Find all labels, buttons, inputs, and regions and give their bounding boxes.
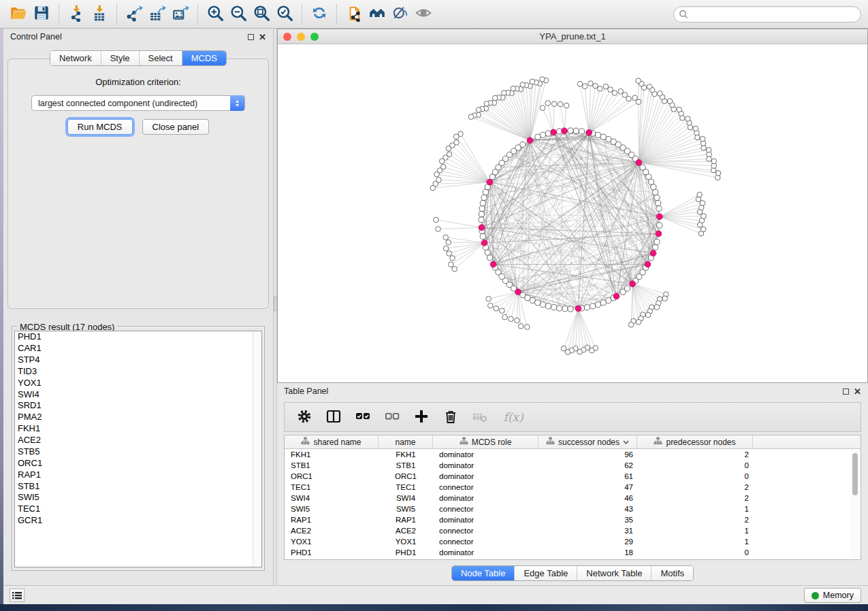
cell-shared-name: FKH1: [285, 450, 379, 459]
open-session-button[interactable]: [7, 3, 30, 25]
import-table-button[interactable]: [88, 3, 111, 25]
criterion-select[interactable]: largest connected component (undirected)…: [31, 95, 245, 111]
table-toolbar: f(x): [284, 402, 861, 432]
export-image-button[interactable]: [169, 3, 192, 25]
tab-motifs[interactable]: Motifs: [651, 566, 693, 580]
mcds-result-item[interactable]: STB5: [15, 446, 261, 458]
search-input[interactable]: [673, 6, 861, 22]
mcds-result-scrollbar[interactable]: [253, 331, 261, 567]
export-network-button[interactable]: [123, 3, 146, 25]
deselect-all-button[interactable]: [383, 408, 401, 426]
column-header-successor-nodes[interactable]: successor nodes: [539, 435, 637, 448]
export-table-button[interactable]: [146, 3, 169, 25]
home-networks-button[interactable]: [366, 3, 389, 25]
zoom-selected-button[interactable]: [273, 3, 296, 25]
tab-select[interactable]: Select: [139, 51, 182, 65]
mcds-result-item[interactable]: YOX1: [15, 378, 261, 389]
select-all-button[interactable]: [354, 408, 372, 426]
tab-edge-table[interactable]: Edge Table: [514, 566, 577, 580]
mcds-result-item[interactable]: PMA2: [15, 412, 261, 423]
table-row[interactable]: STB1STB1dominator620: [285, 460, 861, 471]
delete-table-button: [471, 408, 489, 426]
mcds-result-item[interactable]: STP4: [15, 354, 261, 366]
network-graph[interactable]: [278, 44, 867, 382]
mcds-result-item[interactable]: FKH1: [15, 423, 261, 435]
memory-button[interactable]: Memory: [804, 588, 861, 603]
tab-network-table[interactable]: Network Table: [577, 566, 651, 580]
table-row[interactable]: YOX1YOX1connector291: [285, 536, 861, 547]
hierarchy-icon: [654, 437, 662, 447]
mcds-result-item[interactable]: PHD1: [15, 331, 261, 343]
zoom-out-button[interactable]: [227, 3, 250, 25]
settings-gear-button[interactable]: [295, 408, 313, 426]
table-row[interactable]: FKH1FKH1dominator962: [285, 449, 861, 460]
zoom-in-icon: [206, 4, 224, 24]
table-scrollbar[interactable]: [851, 450, 859, 558]
mcds-result-item[interactable]: RAP1: [15, 469, 261, 481]
network-canvas[interactable]: [278, 44, 867, 382]
add-column-button[interactable]: [413, 408, 430, 426]
table-row[interactable]: PHD1PHD1dominator180: [285, 547, 861, 558]
mcds-result-item[interactable]: ACE2: [15, 435, 261, 446]
table-row[interactable]: SWI5SWI5connector431: [285, 503, 861, 514]
table-row[interactable]: RAP1RAP1dominator352: [285, 514, 861, 525]
function-builder-button: f(x): [500, 408, 526, 426]
delete-table-icon: [472, 408, 488, 427]
tab-style[interactable]: Style: [101, 51, 139, 65]
tab-network[interactable]: Network: [50, 51, 101, 65]
app-window: Control Panel ✕ NetworkStyleSelectMCDS O…: [3, 29, 868, 585]
show-eye-button[interactable]: [412, 3, 435, 25]
float-panel-icon[interactable]: [248, 34, 254, 40]
control-panel-title: Control Panel: [10, 32, 62, 42]
tab-node-table[interactable]: Node Table: [452, 566, 515, 580]
mcds-result-item[interactable]: TEC1: [15, 503, 261, 515]
task-history-button[interactable]: [10, 589, 25, 602]
cell-name: YOX1: [379, 538, 433, 546]
mcds-result-item[interactable]: TID3: [15, 366, 261, 378]
zoom-in-button[interactable]: [204, 3, 227, 25]
table-row[interactable]: ACE2ACE2connector311: [285, 525, 861, 536]
close-panel-button[interactable]: Close panel: [142, 119, 210, 135]
close-table-panel-icon[interactable]: ✕: [854, 389, 861, 395]
float-table-panel-icon[interactable]: [843, 389, 849, 395]
split-panel-button[interactable]: [325, 408, 342, 426]
cell-MCDS-role: connector: [433, 527, 539, 535]
hide-eye-button[interactable]: [389, 3, 412, 25]
mcds-result-item[interactable]: SWI5: [15, 492, 261, 503]
tab-mcds[interactable]: MCDS: [182, 51, 226, 65]
save-session-button[interactable]: [30, 3, 53, 25]
column-header-predecessor-nodes[interactable]: predecessor nodes: [637, 435, 753, 448]
table-row[interactable]: TEC1TEC1connector472: [285, 482, 861, 493]
toolbar-separator: [197, 4, 198, 24]
mcds-result-item[interactable]: CAR1: [15, 343, 261, 354]
network-window-titlebar[interactable]: YPA_prune.txt_1: [278, 29, 867, 44]
cell-predecessor-nodes: 2: [637, 494, 753, 502]
cell-successor-nodes: 47: [539, 483, 637, 491]
mcds-result-list[interactable]: PHD1CAR1STP4TID3YOX1SWI4SRD1PMA2FKH1ACE2…: [14, 331, 262, 567]
delete-column-button[interactable]: [442, 408, 460, 426]
mcds-result-item[interactable]: GCR1: [15, 515, 261, 527]
table-row[interactable]: ORC1ORC1dominator610: [285, 471, 861, 482]
search-icon: [679, 10, 688, 19]
mcds-result-item[interactable]: SWI4: [15, 389, 261, 400]
column-header-MCDS-role[interactable]: MCDS role: [433, 435, 539, 448]
toolbar-separator: [336, 4, 337, 24]
column-header-shared-name[interactable]: shared name: [285, 435, 379, 448]
import-network-button[interactable]: [65, 3, 88, 25]
share-document-button[interactable]: [342, 3, 366, 25]
control-panel: Control Panel ✕ NetworkStyleSelectMCDS O…: [3, 29, 273, 585]
control-panel-tabbar: NetworkStyleSelectMCDS: [50, 50, 227, 66]
refresh-button[interactable]: [308, 3, 331, 25]
cell-successor-nodes: 62: [539, 461, 637, 469]
zoom-fit-button[interactable]: [250, 3, 273, 25]
mcds-result-item[interactable]: SRD1: [15, 400, 261, 412]
close-panel-icon[interactable]: ✕: [259, 34, 266, 40]
cell-name: PHD1: [379, 548, 433, 557]
table-panel: Table Panel ✕ f(x) shared namenameMCDS r…: [277, 383, 868, 585]
mcds-result-item[interactable]: ORC1: [15, 458, 261, 469]
table-row[interactable]: SWI4SWI4dominator462: [285, 493, 861, 503]
run-mcds-button[interactable]: Run MCDS: [67, 119, 133, 135]
cell-shared-name: TEC1: [285, 483, 379, 491]
column-header-name[interactable]: name: [379, 435, 433, 448]
mcds-result-item[interactable]: STB1: [15, 480, 261, 492]
